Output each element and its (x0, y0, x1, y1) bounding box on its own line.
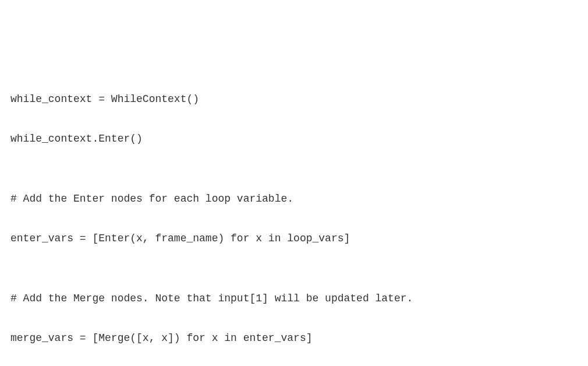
code-line-0: while_context = WhileContext() (10, 89, 578, 109)
code-line-6: # Add the Merge nodes. Note that input[1… (10, 288, 578, 308)
code-line-1: while_context.Enter() (10, 129, 578, 149)
code-line-4: enter_vars = [Enter(x, frame_name) for x… (10, 228, 578, 248)
code-line-3: # Add the Enter nodes for each loop vari… (10, 189, 578, 209)
code-line-7: merge_vars = [Merge([x, x]) for x in ent… (10, 328, 578, 348)
